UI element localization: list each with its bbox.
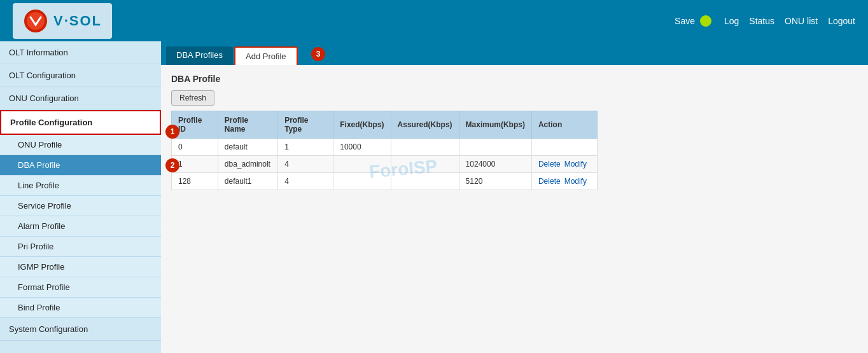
badge-1: 1 (165, 125, 179, 139)
header: V·SOL Save Log Status ONU list Logout (0, 0, 868, 41)
delete-link[interactable]: Delete (538, 177, 561, 186)
col-fixed: Fixed(Kbps) (333, 111, 391, 139)
svg-point-1 (27, 12, 45, 30)
sidebar-item-dba-profile[interactable]: DBA Profile (0, 155, 161, 176)
header-right: Save Log Status ONU list Logout (675, 15, 855, 27)
header-nav: Log Status ONU list Logout (724, 16, 855, 26)
logo: V·SOL (13, 3, 112, 39)
table-header-row: Profile ID Profile Name Profile Type Fix… (172, 111, 598, 139)
main-layout: OLT Information OLT Configuration ONU Co… (0, 41, 868, 353)
sidebar-item-olt-config[interactable]: OLT Configuration (0, 64, 161, 87)
content-area: DBA Profiles Add Profile DBA Profile Ref… (161, 41, 868, 353)
logout-link[interactable]: Logout (828, 16, 855, 26)
vsol-logo-icon (23, 8, 48, 34)
col-maximum: Maximum(Kbps) (459, 111, 531, 139)
badge-2: 2 (165, 158, 179, 172)
tab-dba-profiles[interactable]: DBA Profiles (166, 46, 233, 65)
profile-content: DBA Profile Refresh Profile ID Profile N… (161, 65, 868, 199)
sidebar-item-olt-info[interactable]: OLT Information (0, 41, 161, 64)
status-dot (700, 15, 711, 27)
tab-add-profile[interactable]: Add Profile (234, 46, 298, 65)
sidebar-item-onu-profile[interactable]: ONU Profile (0, 135, 161, 155)
sidebar-item-format-profile[interactable]: Format Profile (0, 277, 161, 298)
sidebar-item-line-profile[interactable]: Line Profile (0, 176, 161, 196)
sidebar: OLT Information OLT Configuration ONU Co… (0, 41, 161, 353)
sidebar-item-onu-config[interactable]: ONU Configuration (0, 87, 161, 110)
page-title: DBA Profile (171, 74, 858, 84)
onu-list-link[interactable]: ONU list (785, 16, 818, 26)
modify-link[interactable]: Modify (564, 160, 587, 169)
sidebar-item-system-config[interactable]: System Configuration (0, 318, 161, 341)
badge-3: 3 (311, 47, 325, 61)
modify-link[interactable]: Modify (564, 177, 587, 186)
logo-text: V·SOL (53, 13, 102, 29)
dba-table: Profile ID Profile Name Profile Type Fix… (171, 111, 598, 190)
sidebar-item-alarm-profile[interactable]: Alarm Profile (0, 216, 161, 237)
delete-link[interactable]: Delete (538, 160, 561, 169)
sidebar-item-profile-config[interactable]: Profile Configuration (0, 110, 161, 135)
col-profile-type: Profile Type (278, 111, 333, 139)
sidebar-item-service-profile[interactable]: Service Profile (0, 196, 161, 216)
table-row: 128default145120DeleteModify (172, 173, 598, 190)
log-link[interactable]: Log (724, 16, 739, 26)
refresh-button[interactable]: Refresh (171, 90, 214, 106)
sidebar-item-bind-profile[interactable]: Bind Profile (0, 298, 161, 318)
save-area: Save (675, 15, 711, 27)
sidebar-item-pri-profile[interactable]: Pri Profile (0, 237, 161, 257)
table-row: 0default110000 (172, 139, 598, 156)
save-label: Save (675, 16, 695, 26)
col-assured: Assured(Kbps) (391, 111, 459, 139)
tabs-bar: DBA Profiles Add Profile (161, 41, 868, 65)
status-link[interactable]: Status (749, 16, 774, 26)
table-row: 1dba_adminolt41024000DeleteModify (172, 156, 598, 173)
sidebar-item-igmp-profile[interactable]: IGMP Profile (0, 257, 161, 277)
col-profile-name: Profile Name (218, 111, 277, 139)
col-action: Action (531, 111, 597, 139)
